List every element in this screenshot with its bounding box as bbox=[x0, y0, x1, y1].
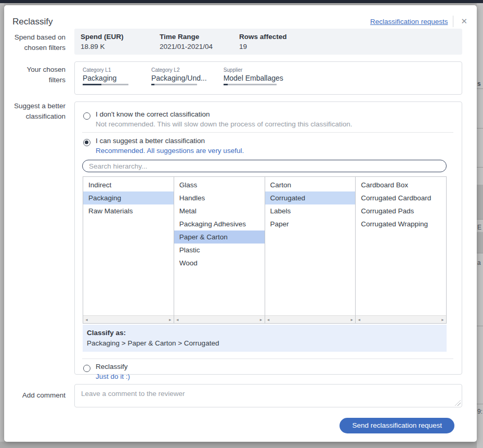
hierarchy-item[interactable]: Paper & Carton bbox=[174, 231, 265, 244]
backdrop-bottom bbox=[0, 442, 483, 448]
background-app-topbar bbox=[0, 0, 483, 3]
spend-summary-strip: Spend (EUR) 18.89 K Time Range 2021/01-2… bbox=[74, 29, 462, 55]
scroll-left-icon[interactable]: ◄ bbox=[176, 318, 179, 322]
hierarchy-item[interactable]: Wood bbox=[174, 257, 265, 270]
background-row-line bbox=[477, 326, 483, 326]
backdrop-text-fragment: 9: bbox=[477, 408, 482, 415]
hierarchy-item[interactable]: Glass bbox=[174, 178, 265, 191]
hierarchy-item[interactable]: Corrugated Pads bbox=[356, 204, 446, 217]
comment-card bbox=[74, 384, 462, 407]
hierarchy-item[interactable]: Packaging bbox=[83, 191, 174, 204]
hierarchy-item[interactable]: Indirect bbox=[83, 178, 174, 191]
option-reclassify[interactable]: Reclassify Just do it :) bbox=[82, 363, 453, 380]
hierarchy-item[interactable]: Handles bbox=[174, 191, 265, 204]
dialog-title: Reclassify bbox=[12, 17, 53, 27]
header-divider bbox=[453, 16, 453, 27]
section-label-suggest: Suggest a better classification bbox=[4, 101, 66, 122]
background-row-line bbox=[477, 88, 483, 89]
filter-share-bar bbox=[83, 84, 128, 85]
hierarchy-item[interactable]: Cardboard Box bbox=[356, 178, 446, 191]
close-icon[interactable]: ✕ bbox=[459, 17, 469, 26]
hierarchy-column-l3: Carton Corrugated Labels Paper ◄ ► bbox=[265, 177, 356, 323]
radio-suggest-better[interactable] bbox=[83, 139, 90, 146]
background-row-line bbox=[477, 128, 483, 129]
section-label-comment: Add comment bbox=[4, 390, 66, 401]
column-hscrollbar[interactable]: ◄ ► bbox=[265, 315, 356, 323]
scroll-left-icon[interactable]: ◄ bbox=[357, 318, 361, 322]
option-suggest-better[interactable]: I can suggest a better classification Re… bbox=[82, 137, 453, 155]
background-row-line bbox=[477, 219, 483, 220]
scroll-right-icon[interactable]: ► bbox=[259, 318, 263, 322]
option-divider bbox=[82, 132, 453, 133]
filter-supplier[interactable]: Supplier Model Emballages bbox=[224, 67, 283, 85]
summary-time-range: Time Range 2021/01-2021/04 bbox=[153, 33, 233, 50]
hierarchy-item[interactable]: Metal bbox=[174, 204, 265, 217]
column-hscrollbar[interactable]: ◄ ► bbox=[174, 315, 265, 323]
background-page: s E a 9: bbox=[477, 3, 483, 448]
background-row-band bbox=[477, 232, 483, 253]
backdrop-left bbox=[0, 3, 4, 442]
background-row-line bbox=[477, 253, 483, 253]
hierarchy-item[interactable]: Packaging Adhesives bbox=[174, 217, 265, 231]
hierarchy-item[interactable]: Corrugated Cardboard bbox=[356, 191, 446, 204]
search-input[interactable] bbox=[89, 162, 440, 170]
hierarchy-item[interactable]: Corrugated Wrapping bbox=[356, 217, 446, 231]
scroll-left-icon[interactable]: ◄ bbox=[267, 318, 270, 322]
classify-as-banner: Classify as: Packaging > Paper & Carton … bbox=[83, 325, 447, 352]
option-divider bbox=[82, 359, 453, 359]
background-row-line bbox=[477, 167, 483, 168]
summary-spend: Spend (EUR) 18.89 K bbox=[74, 33, 153, 50]
summary-rows-affected: Rows affected 19 bbox=[233, 33, 287, 50]
scroll-right-icon[interactable]: ► bbox=[168, 318, 172, 322]
reclassification-requests-link[interactable]: Reclassification requests bbox=[370, 18, 448, 25]
hierarchy-item[interactable]: Carton bbox=[265, 178, 356, 191]
hierarchy-item[interactable]: Corrugated bbox=[265, 191, 356, 204]
hierarchy-column-l4: Cardboard Box Corrugated Cardboard Corru… bbox=[356, 177, 446, 323]
radio-reclassify[interactable] bbox=[83, 365, 90, 372]
column-hscrollbar[interactable]: ◄ ► bbox=[83, 315, 174, 323]
classify-as-label: Classify as: bbox=[87, 329, 447, 337]
scroll-left-icon[interactable]: ◄ bbox=[85, 318, 88, 322]
hierarchy-search[interactable] bbox=[82, 160, 447, 172]
filter-category-l2[interactable]: Category L2 Packaging/Und... bbox=[151, 67, 207, 85]
comment-textarea[interactable] bbox=[75, 385, 462, 407]
section-label-spend: Spend based on chosen filters bbox=[4, 32, 66, 53]
screen: s E a 9: Reclassify Reclassification req… bbox=[0, 0, 483, 448]
radio-dont-know[interactable] bbox=[83, 112, 90, 120]
background-row-band bbox=[477, 185, 483, 219]
filter-share-bar bbox=[151, 84, 197, 85]
backdrop-text-fragment: E bbox=[477, 224, 481, 231]
scroll-right-icon[interactable]: ► bbox=[350, 318, 354, 322]
hierarchy-column-l1: Indirect Packaging Raw Materials ◄ ► bbox=[83, 177, 174, 323]
column-hscrollbar[interactable]: ◄ ► bbox=[356, 315, 446, 323]
filter-category-l1[interactable]: Category L1 Packaging bbox=[83, 67, 128, 85]
scroll-right-icon[interactable]: ► bbox=[441, 318, 445, 322]
hierarchy-item[interactable]: Plastic bbox=[174, 244, 265, 257]
filter-share-bar bbox=[224, 84, 277, 85]
send-reclassification-request-button[interactable]: Send reclassification request bbox=[340, 418, 454, 433]
background-row-line bbox=[477, 404, 483, 404]
chosen-filters-card: Category L1 Packaging Category L2 Packag… bbox=[74, 61, 462, 95]
option-dont-know[interactable]: I don't know the correct classification … bbox=[82, 110, 453, 128]
reclassify-dialog: Reclassify Reclassification requests ✕ S… bbox=[4, 5, 477, 442]
hierarchy-item[interactable]: Labels bbox=[265, 204, 356, 217]
backdrop-text-fragment: s bbox=[477, 80, 481, 87]
hierarchy-item[interactable]: Raw Materials bbox=[83, 204, 174, 217]
backdrop-text-fragment: a bbox=[477, 259, 481, 266]
suggestion-card: I don't know the correct classification … bbox=[74, 101, 462, 375]
section-label-filters: Your chosen filters bbox=[4, 65, 66, 85]
hierarchy-column-l2: Glass Handles Metal Packaging Adhesives … bbox=[174, 177, 265, 323]
classify-as-path: Packaging > Paper & Carton > Corrugated bbox=[87, 339, 447, 347]
hierarchy-browser: Indirect Packaging Raw Materials ◄ ► Gla… bbox=[83, 176, 447, 324]
hierarchy-item[interactable]: Paper bbox=[265, 217, 356, 231]
